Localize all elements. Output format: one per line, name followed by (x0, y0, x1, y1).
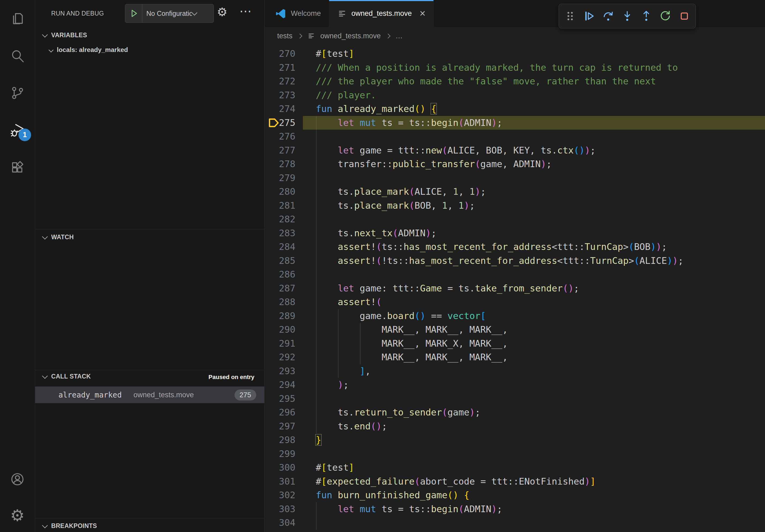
code-line-278[interactable]: 278 transfer::public_transfer(game, ADMI… (265, 157, 765, 171)
line-number[interactable]: 276 (265, 130, 296, 143)
code-line-301[interactable]: 301#[expected_failure(abort_code = ttt::… (265, 475, 765, 489)
line-number[interactable]: 288 (265, 295, 296, 309)
line-number[interactable]: 291 (265, 337, 296, 351)
line-number[interactable]: 279 (265, 171, 296, 185)
debug-config-dropdown[interactable]: No Configurations (125, 4, 214, 23)
activity-item-explorer[interactable] (0, 6, 35, 31)
line-number[interactable]: 290 (265, 323, 296, 337)
line-number[interactable]: 277 (265, 143, 296, 157)
watch-section-header[interactable]: WATCH (43, 234, 74, 241)
code-line-286[interactable]: 286 (265, 268, 765, 282)
line-number[interactable]: 292 (265, 350, 296, 364)
code-line-293[interactable]: 293 ], (265, 364, 765, 378)
line-number[interactable]: 300 (265, 461, 296, 475)
activity-item-extensions[interactable] (0, 154, 35, 180)
activity-item-settings[interactable]: ⚙ (0, 503, 35, 529)
code-line-279[interactable]: 279 (265, 171, 765, 185)
code-line-275[interactable]: 275 let mut ts = ts::begin(ADMIN); (265, 116, 765, 130)
activity-item-search[interactable] (0, 43, 35, 69)
code-line-274[interactable]: 274fun already_marked() { (265, 102, 765, 116)
code-line-287[interactable]: 287 let game: ttt::Game = ts.take_from_s… (265, 282, 765, 296)
code-editor[interactable]: 270#[test]271/// When a position is alre… (265, 45, 765, 532)
code-line-289[interactable]: 289 game.board() == vector[ (265, 309, 765, 323)
variables-section-header[interactable]: VARIABLES (43, 32, 87, 39)
line-number[interactable]: 273 (265, 89, 296, 102)
code-line-280[interactable]: 280 ts.place_mark(ALICE, 1, 1); (265, 185, 765, 199)
step-into-button[interactable] (619, 8, 635, 24)
line-number[interactable]: 298 (265, 433, 296, 447)
more-actions-icon[interactable]: ⋯ (239, 5, 252, 17)
activity-item-run-and-debug[interactable]: 1 (0, 118, 35, 143)
code-line-273[interactable]: 273/// player. (265, 89, 765, 102)
code-line-270[interactable]: 270#[test] (265, 47, 765, 61)
code-line-296[interactable]: 296 ts.return_to_sender(game); (265, 405, 765, 419)
activity-item-account[interactable] (0, 466, 35, 492)
close-icon[interactable]: × (419, 8, 425, 19)
line-number[interactable]: 293 (265, 364, 296, 378)
line-number[interactable]: 303 (265, 502, 296, 516)
continue-button[interactable] (581, 8, 597, 24)
line-number[interactable]: 297 (265, 419, 296, 433)
code-line-283[interactable]: 283 ts.next_tx(ADMIN); (265, 226, 765, 240)
breadcrumb-symbol[interactable]: … (395, 32, 402, 40)
code-line-276[interactable]: 276 (265, 130, 765, 143)
code-line-284[interactable]: 284 assert!(ts::has_most_recent_for_addr… (265, 240, 765, 254)
line-number[interactable]: 278 (265, 157, 296, 171)
code-line-303[interactable]: 303 let mut ts = ts::begin(ADMIN); (265, 502, 765, 516)
chevron-right-icon (297, 34, 302, 38)
code-line-294[interactable]: 294 ); (265, 378, 765, 392)
code-line-302[interactable]: 302fun burn_unfinished_game() { (265, 488, 765, 502)
code-line-281[interactable]: 281 ts.place_mark(BOB, 1, 1); (265, 199, 765, 213)
activity-item-source-control[interactable] (0, 80, 35, 106)
line-number[interactable]: 296 (265, 405, 296, 419)
line-number[interactable]: 299 (265, 447, 296, 461)
code-line-285[interactable]: 285 assert!(!ts::has_most_recent_for_add… (265, 254, 765, 268)
line-number[interactable]: 284 (265, 240, 296, 254)
line-number[interactable]: 271 (265, 61, 296, 75)
code-line-300[interactable]: 300#[test] (265, 461, 765, 475)
code-line-298[interactable]: 298} (265, 433, 765, 447)
code-line-271[interactable]: 271/// When a position is already marked… (265, 61, 765, 75)
line-number[interactable]: 302 (265, 488, 296, 502)
breadcrumb-folder[interactable]: tests (277, 32, 293, 40)
line-number[interactable]: 282 (265, 212, 296, 226)
code-line-291[interactable]: 291 MARK__, MARK_X, MARK__, (265, 337, 765, 351)
tab-welcome[interactable]: Welcome (267, 0, 329, 27)
code-line-297[interactable]: 297 ts.end(); (265, 419, 765, 433)
line-number[interactable]: 285 (265, 254, 296, 268)
line-number[interactable]: 294 (265, 378, 296, 392)
stop-button[interactable] (677, 8, 692, 24)
code-line-304[interactable]: 304 (265, 516, 765, 530)
step-over-button[interactable] (600, 8, 616, 24)
line-number[interactable]: 304 (265, 516, 296, 530)
tab-owned-tests-move[interactable]: owned_tests.move × (329, 0, 434, 27)
code-line-272[interactable]: 272/// the player who made the "false" m… (265, 75, 765, 89)
code-line-282[interactable]: 282 (265, 212, 765, 226)
code-line-292[interactable]: 292 MARK__, MARK__, MARK__, (265, 350, 765, 364)
code-line-290[interactable]: 290 MARK__, MARK__, MARK__, (265, 323, 765, 337)
line-number[interactable]: 270 (265, 47, 296, 61)
code-line-277[interactable]: 277 let game = ttt::new(ALICE, BOB, KEY,… (265, 143, 765, 157)
restart-button[interactable] (657, 8, 673, 24)
variables-scope-row[interactable]: locals: already_marked (49, 46, 128, 54)
breadcrumb-file[interactable]: owned_tests.move (320, 32, 381, 40)
line-number[interactable]: 301 (265, 475, 296, 489)
line-number[interactable]: 274 (265, 102, 296, 116)
toolbar-drag-handle[interactable] (562, 8, 578, 24)
line-number[interactable]: 272 (265, 75, 296, 89)
line-number[interactable]: 280 (265, 185, 296, 199)
line-number[interactable]: 281 (265, 199, 296, 213)
line-number[interactable]: 289 (265, 309, 296, 323)
step-out-button[interactable] (638, 8, 654, 24)
line-number[interactable]: 283 (265, 226, 296, 240)
line-number[interactable]: 295 (265, 392, 296, 406)
call-stack-frame-row[interactable]: already_marked owned_tests.move 275 (35, 387, 264, 403)
call-stack-section-header[interactable]: CALL STACK (43, 373, 91, 380)
debug-settings-gear-icon[interactable]: ⚙ (217, 6, 227, 18)
code-line-295[interactable]: 295 (265, 392, 765, 406)
code-line-299[interactable]: 299 (265, 447, 765, 461)
line-number[interactable]: 286 (265, 268, 296, 282)
line-number[interactable]: 287 (265, 282, 296, 296)
breakpoints-section-header[interactable]: BREAKPOINTS (43, 522, 97, 530)
code-line-288[interactable]: 288 assert!( (265, 295, 765, 309)
